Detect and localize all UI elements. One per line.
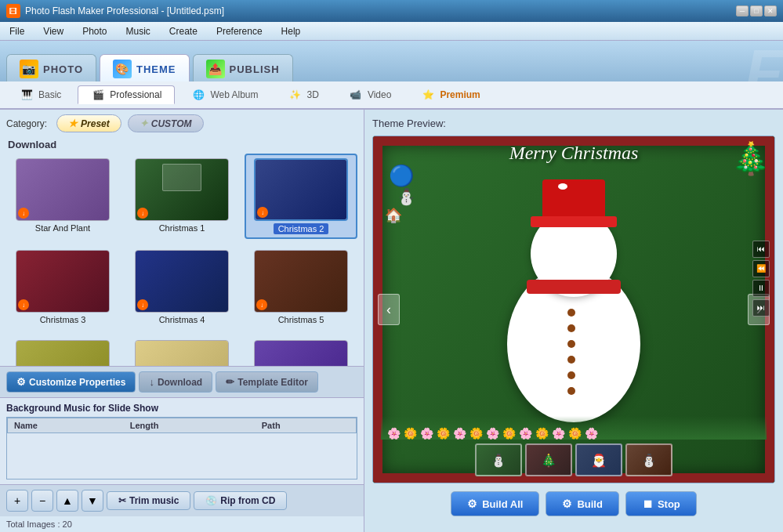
thumb-2[interactable]: 🎄 xyxy=(525,443,572,476)
thumb-1[interactable]: ⛄ xyxy=(475,443,522,476)
download-icon: ↓ xyxy=(149,376,154,388)
download-badge: ↓ xyxy=(18,208,29,219)
prev-button[interactable]: ⏪ xyxy=(752,260,770,277)
rip-cd-button[interactable]: 💿 Rip from CD xyxy=(194,491,287,510)
left-panel: Category: ★ Preset ✦ CUSTOM Download xyxy=(0,110,364,532)
custom-icon: ✦ xyxy=(140,118,148,129)
menu-preference[interactable]: Preference xyxy=(207,22,272,40)
snowman-small: ⛄ xyxy=(397,187,416,206)
professional-icon: 🎬 xyxy=(91,89,105,100)
publish-tab-icon: 📤 xyxy=(206,60,225,78)
move-down-button[interactable]: ▼ xyxy=(82,490,103,512)
subtab-webalbum[interactable]: 🌐 Web Album xyxy=(178,85,271,104)
close-button[interactable]: ✕ xyxy=(764,5,777,16)
download-badge-2: ↓ xyxy=(257,207,268,218)
theme-item-xmas3[interactable]: ↓ Christmas 3 xyxy=(6,245,119,329)
3d-icon: ✨ xyxy=(288,89,303,100)
download-button[interactable]: ↓ Download xyxy=(139,371,212,393)
customize-properties-button[interactable]: ⚙ Customize Properties xyxy=(6,371,136,393)
thumb-4[interactable]: ⛄ xyxy=(625,443,672,476)
theme-thumb-xmas2: ↓ xyxy=(254,158,348,221)
menu-help[interactable]: Help xyxy=(272,22,310,40)
theme-item-8[interactable] xyxy=(125,335,238,366)
house-icon: 🏠 xyxy=(385,207,402,224)
trim-music-button[interactable]: ✂ Trim music xyxy=(107,491,190,510)
build-label: Build xyxy=(577,498,603,510)
minimize-button[interactable]: ─ xyxy=(736,5,749,16)
subtab-3d[interactable]: ✨ 3D xyxy=(275,85,332,104)
window-controls: ─ □ ✕ xyxy=(736,5,777,16)
menu-music[interactable]: Music xyxy=(117,22,160,40)
add-music-button[interactable]: + xyxy=(6,490,28,512)
subtab-video[interactable]: 📹 Video xyxy=(335,85,404,104)
theme-item-xmas4[interactable]: ↓ Christmas 4 xyxy=(125,245,238,329)
remove-music-button[interactable]: − xyxy=(31,490,53,512)
custom-tab[interactable]: ✦ CUSTOM xyxy=(128,114,204,132)
subtab-professional[interactable]: 🎬 Professional xyxy=(78,85,175,104)
stop-icon: ⏹ xyxy=(642,498,653,510)
tab-publish[interactable]: 📤 Publish xyxy=(193,54,293,81)
col-length: Length xyxy=(124,418,256,433)
preview-frame: Merry Christmas 🎄 xyxy=(372,136,775,483)
theme-item-xmas1[interactable]: ↓ Christmas 1 xyxy=(125,154,238,239)
customize-label: Customize Properties xyxy=(29,377,125,388)
category-label: Category: xyxy=(6,118,47,129)
move-up-button[interactable]: ▲ xyxy=(56,490,78,512)
music-title: Background Music for Slide Show xyxy=(6,403,357,414)
theme-item-9[interactable] xyxy=(245,335,357,366)
snowman-scarf xyxy=(527,280,621,294)
build-all-button[interactable]: ⚙ Build All xyxy=(451,491,539,516)
template-editor-button[interactable]: ✏ Template Editor xyxy=(216,371,318,393)
ornament-left: 🔵 xyxy=(389,164,414,188)
skip-forward-button[interactable]: ⏭ xyxy=(752,299,770,317)
pause-button[interactable]: ⏸ xyxy=(752,280,770,297)
theme-item-7[interactable] xyxy=(6,335,119,366)
subtab-premium[interactable]: ⭐ Premium xyxy=(408,85,493,104)
music-table-container[interactable]: Name Length Path xyxy=(6,417,357,480)
menu-photo[interactable]: Photo xyxy=(73,22,116,40)
download-badge-1: ↓ xyxy=(137,208,148,219)
col-path: Path xyxy=(256,418,357,433)
action-buttons: ⚙ Customize Properties ↓ Download ✏ Temp… xyxy=(0,366,364,397)
video-icon: 📹 xyxy=(349,89,363,100)
stop-button[interactable]: ⏹ Stop xyxy=(625,491,697,516)
theme-label-xmas4: Christmas 4 xyxy=(159,315,205,324)
theme-thumb-7 xyxy=(16,340,110,366)
theme-label-star: Star And Plant xyxy=(35,223,90,233)
tab-photo-label: Photo xyxy=(43,63,83,75)
snowman-container xyxy=(464,179,683,430)
preset-tab[interactable]: ★ Preset xyxy=(56,114,121,132)
build-button[interactable]: ⚙ Build xyxy=(546,491,619,516)
grid-section-title: Download xyxy=(6,136,357,154)
theme-item-xmas5[interactable]: ↓ Christmas 5 xyxy=(245,245,357,329)
theme-grid-scroll[interactable]: Download ↓ Star And Plant xyxy=(0,132,364,366)
subtab-basic[interactable]: 🎹 Basic xyxy=(6,85,74,104)
menu-create[interactable]: Create xyxy=(160,22,207,40)
app-icon: 🎞 xyxy=(6,4,20,18)
main-content: Category: ★ Preset ✦ CUSTOM Download xyxy=(0,110,783,532)
holly-decoration: 🎄 xyxy=(731,140,770,177)
theme-label-xmas5: Christmas 5 xyxy=(278,315,324,324)
theme-thumb-xmas1: ↓ xyxy=(135,158,229,221)
tab-publish-label: Publish xyxy=(230,63,280,75)
theme-item-xmas2[interactable]: ↓ Christmas 2 xyxy=(245,154,357,239)
preview-prev-button[interactable]: ‹ xyxy=(378,294,400,325)
download-badge-4: ↓ xyxy=(137,299,148,310)
download-label: Download xyxy=(158,377,202,388)
music-controls: + − ▲ ▼ ✂ Trim music 💿 Rip from CD xyxy=(0,484,364,516)
maximize-button[interactable]: □ xyxy=(750,5,763,16)
menu-file[interactable]: File xyxy=(0,22,34,40)
thumb-3[interactable]: 🎅 xyxy=(575,443,622,476)
tab-theme[interactable]: 🎨 Theme xyxy=(100,54,190,81)
theme-item-star[interactable]: ↓ Star And Plant xyxy=(6,154,119,239)
stop-label: Stop xyxy=(658,498,680,510)
theme-thumb-8 xyxy=(135,340,229,366)
download-badge-5: ↓ xyxy=(256,299,267,310)
tab-theme-label: Theme xyxy=(136,63,176,75)
total-images: Total Images : 20 xyxy=(0,516,364,532)
menu-view[interactable]: View xyxy=(34,22,73,40)
skip-back-button[interactable]: ⏮ xyxy=(752,241,770,258)
customize-icon: ⚙ xyxy=(16,376,26,388)
tab-photo[interactable]: 📷 Photo xyxy=(6,54,96,81)
menubar: File View Photo Music Create Preference … xyxy=(0,22,783,41)
